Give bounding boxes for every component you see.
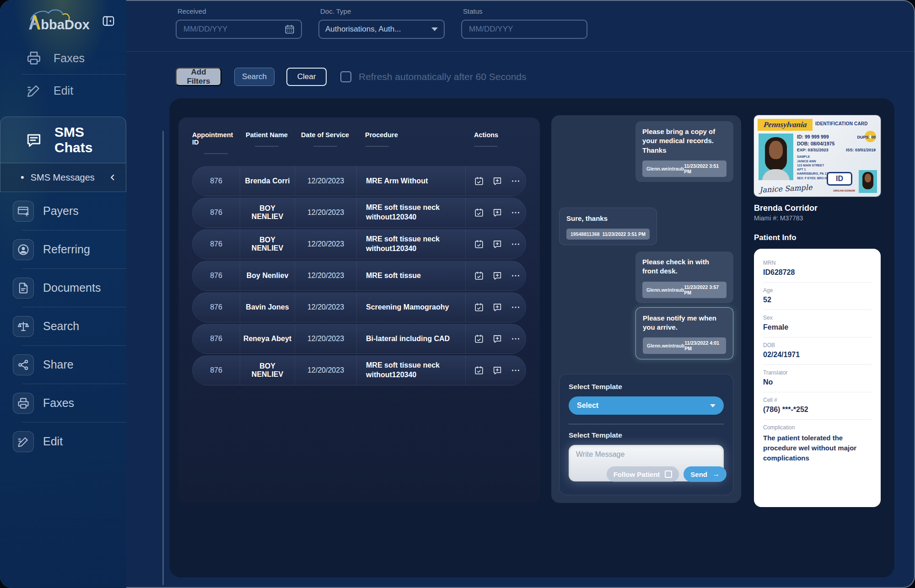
scrollbar[interactable] [162, 131, 164, 585]
sidebar-item-label: Payers [43, 204, 79, 218]
sidebar-item-edit-top[interactable]: Edit [0, 75, 126, 107]
filter-status: Status [461, 7, 587, 39]
message-plus-icon[interactable] [492, 176, 502, 186]
sidebar-item-sms-messages[interactable]: • SMS Messages [0, 163, 126, 192]
chat-message-outgoing[interactable]: Please bring a copy of your medical reco… [635, 121, 733, 182]
message-sender: 19548811368 [571, 231, 600, 237]
sidebar-active-section: SMS Chats • SMS Messages [0, 117, 126, 192]
more-options-icon[interactable] [511, 334, 521, 344]
calendar-icon[interactable] [284, 24, 295, 35]
appointment-id: 876 [193, 324, 240, 353]
more-options-icon[interactable] [511, 271, 521, 281]
table-row[interactable]: 876 BOY NENLIEV 12/20/2023 MRE soft tiss… [192, 355, 526, 385]
follow-patient-checkbox[interactable] [665, 470, 672, 478]
received-date-field[interactable] [176, 20, 302, 39]
sidebar-item-faxes-bottom[interactable]: Faxes [0, 384, 126, 422]
table-row[interactable]: 876 BOY NENLIEV 12/20/2023 MRE soft tiss… [192, 229, 526, 259]
sidebar-item-label: Edit [43, 435, 63, 448]
sidebar-item-faxes-top[interactable]: Faxes [0, 42, 126, 74]
organ-donor-label: ORGAN DONOR [833, 189, 855, 192]
column-header[interactable]: Date of Service [294, 131, 356, 154]
calendar-check-icon[interactable] [474, 334, 484, 344]
calendar-check-icon[interactable] [474, 239, 484, 249]
info-field: Translator No [763, 365, 872, 392]
send-button[interactable]: Send → [684, 466, 727, 482]
chat-message-outgoing-highlighted[interactable]: Please notify me when you arrive. Glenn.… [635, 307, 733, 360]
patient-name: Reneya Abeyt [240, 324, 295, 353]
filter-doc-type: Doc. Type Authorisations, Auth... [318, 7, 445, 39]
column-header[interactable]: Appointment ID [192, 131, 239, 154]
patient-name: BOY NENLIEV [240, 198, 295, 227]
message-timestamp: 11/23/2022 4:01 PM [684, 340, 722, 351]
chat-message-outgoing[interactable]: Please check in with front desk. Glenn.w… [635, 251, 733, 303]
sidebar-item-payers[interactable]: Payers [0, 192, 126, 230]
status-date-input[interactable] [468, 24, 550, 34]
message-meta: Glenn.weintraub 11/23/2022 4:01 PM [643, 337, 726, 354]
table-row[interactable]: 876 Brenda Corri 12/20/2023 MRE Arm With… [192, 166, 526, 196]
message-meta: Glenn.weintraub 11/23/2022 3:51 PM [642, 160, 727, 177]
message-plus-icon[interactable] [492, 302, 502, 312]
sms-chat-panel: Please bring a copy of your medical reco… [551, 115, 741, 503]
date-of-service: 12/20/2023 [295, 198, 356, 227]
more-options-icon[interactable] [511, 176, 521, 186]
calendar-check-icon[interactable] [474, 176, 484, 186]
card-plus-icon [13, 201, 34, 222]
id-card-photo [759, 134, 793, 180]
more-options-icon[interactable] [511, 302, 521, 312]
sidebar-item-label: Referring [43, 243, 90, 256]
info-field: DOB 02/24/1971 [763, 337, 872, 365]
sidebar-item-referring[interactable]: Referring [0, 230, 126, 268]
refresh-checkbox[interactable] [340, 71, 351, 82]
calendar-check-icon[interactable] [474, 271, 484, 281]
row-actions [465, 166, 526, 196]
clear-button[interactable]: Clear [286, 68, 327, 86]
sidebar-item-edit-bottom[interactable]: Edit [0, 422, 126, 460]
message-text: Please notify me when you arrive. [643, 314, 726, 332]
message-plus-icon[interactable] [492, 271, 502, 281]
sidebar-item-label: Share [43, 358, 74, 371]
column-header[interactable]: Actions [465, 131, 526, 154]
patient-name: Boy Nenliev [240, 261, 295, 290]
follow-patient-button[interactable]: Follow Patient [607, 466, 679, 482]
message-sender: Glenn.weintraub [646, 166, 684, 171]
document-icon [13, 278, 34, 299]
sidebar-item-documents[interactable]: Documents [0, 269, 126, 307]
more-options-icon[interactable] [511, 239, 521, 249]
chat-message-incoming[interactable]: Sure, thanks 19548811368 11/23/2022 3:51… [559, 208, 657, 245]
appointment-id: 876 [193, 261, 240, 290]
table-body: 876 Brenda Corri 12/20/2023 MRE Arm With… [192, 166, 526, 385]
table-row[interactable]: 876 Reneya Abeyt 12/20/2023 Bi-lateral i… [192, 324, 526, 354]
scales-icon [13, 316, 34, 337]
more-options-icon[interactable] [511, 365, 521, 375]
search-button[interactable]: Search [234, 68, 274, 86]
doc-type-select[interactable]: Authorisations, Auth... [318, 20, 445, 39]
status-date-field[interactable] [461, 20, 587, 39]
sidebar-item-label: Edit [54, 84, 73, 97]
table-row[interactable]: 876 BOY NENLIEV 12/20/2023 MRE soft tiss… [192, 198, 526, 228]
calendar-check-icon[interactable] [474, 302, 484, 312]
column-header[interactable]: Patient Name [239, 131, 294, 154]
add-filters-button[interactable]: Add Filters [176, 68, 221, 86]
message-text: Please check in with front desk. [642, 257, 727, 276]
sidebar-collapse-icon[interactable] [102, 14, 115, 28]
template-select[interactable]: Select [569, 396, 724, 415]
calendar-check-icon[interactable] [474, 365, 484, 375]
pen-icon [26, 83, 42, 98]
column-header[interactable]: Procedure [356, 131, 465, 154]
message-plus-icon[interactable] [492, 208, 502, 218]
date-of-service: 12/20/2023 [295, 166, 356, 196]
composer-actions: Follow Patient Send → [607, 466, 727, 482]
message-plus-icon[interactable] [492, 365, 502, 375]
sidebar-item-search[interactable]: Search [0, 307, 126, 345]
more-options-icon[interactable] [511, 208, 521, 218]
sidebar-item-sms-chats[interactable]: SMS Chats [0, 117, 126, 163]
message-plus-icon[interactable] [492, 334, 502, 344]
patient-name: Brenda Corridor [754, 203, 881, 213]
table-row[interactable]: 876 Boy Nenliev 12/20/2023 MRE soft tiss… [192, 261, 526, 291]
calendar-check-icon[interactable] [474, 208, 484, 218]
message-plus-icon[interactable] [492, 239, 502, 249]
sidebar-item-share[interactable]: Share [0, 346, 126, 384]
table-row[interactable]: 876 Bavin Jones 12/20/2023 Screening Mam… [192, 292, 526, 322]
chevron-left-icon[interactable] [108, 172, 118, 182]
received-date-input[interactable] [183, 24, 265, 34]
